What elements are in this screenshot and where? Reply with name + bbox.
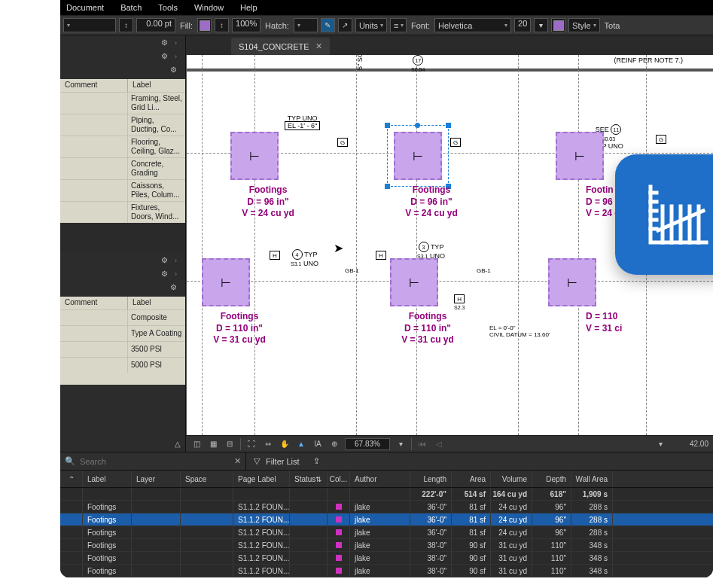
fit-page-icon[interactable]: ⛶: [245, 438, 257, 450]
datum-note: EL = 0'-0" CIVIL DATUM = 13.60': [489, 324, 550, 338]
table-row[interactable]: FootingsS1.1.2 FOUN...jlake36'-0"81 sf24…: [60, 526, 713, 539]
menu-help[interactable]: Help: [240, 3, 257, 12]
menu-window[interactable]: Window: [194, 3, 224, 12]
list-item[interactable]: Flooring, Ceiling, Glaz...: [60, 136, 185, 157]
menu-batch[interactable]: Batch: [120, 3, 142, 12]
gear-icon[interactable]: ⚙: [170, 66, 181, 76]
color-swatch: [336, 529, 342, 535]
prev-page-icon[interactable]: ◁: [433, 438, 445, 450]
col-page[interactable]: Page Label: [233, 471, 290, 487]
col-volume[interactable]: Volume: [491, 471, 532, 487]
chevron-down-icon[interactable]: ▾: [654, 438, 666, 450]
style-dropdown[interactable]: Style▾: [568, 18, 599, 32]
chevron-right-icon[interactable]: ›: [175, 53, 181, 62]
markup-table: ⌃ Label Layer Space Page Label Status ⇅ …: [60, 470, 713, 577]
callout-tool-button[interactable]: ↗: [338, 18, 352, 32]
footing-1[interactable]: ⊢ FootingsD = 96 in"V = 24 cu yd: [230, 132, 279, 180]
font-size-stepper[interactable]: ▾: [534, 18, 548, 32]
align-dropdown[interactable]: ≡▾: [390, 18, 407, 32]
table-row[interactable]: FootingsS1.1.2 FOUN...jlake36'-0"81 sf24…: [60, 513, 713, 526]
footing-5[interactable]: ⊢ FootingsD = 110 in"V = 31 cu yd: [390, 258, 438, 306]
color-swatch: [336, 504, 342, 510]
chevron-right-icon[interactable]: ›: [175, 39, 181, 48]
list-item[interactable]: 3500 PSI: [60, 341, 185, 357]
line-weight-input[interactable]: 0.00 pt: [136, 18, 175, 32]
list-item[interactable]: 5000 PSI: [60, 357, 185, 373]
close-icon[interactable]: ✕: [315, 41, 322, 51]
footing-6[interactable]: ⊢ D = 110V = 31 ci: [548, 258, 596, 306]
split-v-icon[interactable]: ◫: [190, 438, 203, 450]
units-dropdown[interactable]: Units▾: [355, 18, 387, 32]
hatch-dropdown[interactable]: ▾: [294, 18, 318, 32]
list-item[interactable]: Type A Coating: [60, 325, 185, 341]
col-label[interactable]: Label: [128, 297, 155, 309]
font-dropdown[interactable]: Helvetica▾: [434, 18, 511, 32]
gear-icon[interactable]: ⚙: [170, 283, 181, 294]
menu-tools[interactable]: Tools: [158, 3, 178, 12]
col-layer[interactable]: Layer: [132, 471, 181, 487]
export-icon[interactable]: ⇪: [313, 456, 320, 466]
footing-3[interactable]: ⊢ FootinD = 96V = 24 c: [556, 132, 604, 180]
pan-icon[interactable]: ✋: [279, 438, 291, 450]
triangle-icon[interactable]: △: [172, 438, 184, 450]
col-length[interactable]: Length: [410, 471, 452, 487]
table-row[interactable]: FootingsS1.1.2 FOUN...jlake38'-0"90 sf31…: [60, 552, 713, 565]
select-icon[interactable]: ▲: [295, 438, 307, 450]
stepper-button[interactable]: ↕: [119, 18, 133, 32]
gear-icon[interactable]: ⚙: [161, 270, 172, 280]
table-row[interactable]: FootingsS1.1.2 FOUN...jlake38'-0"90 sf31…: [60, 565, 713, 577]
col-comment[interactable]: Comment: [60, 297, 128, 309]
chevron-right-icon[interactable]: ›: [175, 270, 181, 279]
text-select-icon[interactable]: IA: [312, 438, 324, 450]
gear-icon[interactable]: ⚙: [161, 52, 172, 62]
list-item[interactable]: Concrete, Grading: [60, 157, 185, 179]
detail-tag-17: 17S0.04: [411, 55, 425, 73]
filter-label[interactable]: Filter List: [266, 457, 300, 466]
footing-4[interactable]: ⊢ FootingsD = 110 in"V = 31 cu yd: [202, 258, 250, 306]
detail-tag-h: HS2.3: [454, 294, 465, 311]
list-item[interactable]: Piping, Ducting, Co...: [60, 114, 185, 136]
chevron-down-icon[interactable]: ▾: [395, 438, 407, 450]
chevron-right-icon[interactable]: ›: [175, 257, 181, 266]
font-size-input[interactable]: 20: [514, 18, 531, 32]
col-space[interactable]: Space: [181, 471, 233, 487]
table-row[interactable]: FootingsS1.1.2 FOUN...jlake36'-0"81 sf24…: [60, 501, 713, 513]
fill-color-swatch[interactable]: [197, 18, 212, 32]
col-label[interactable]: Label: [83, 471, 132, 487]
split-grid-icon[interactable]: ▦: [207, 438, 219, 450]
col-area[interactable]: Area: [452, 471, 491, 487]
col-depth[interactable]: Depth: [532, 471, 571, 487]
search-box[interactable]: 🔍 ✕: [60, 452, 246, 470]
table-row[interactable]: FootingsS1.1.2 FOUN...jlake38'-0"90 sf31…: [60, 539, 713, 552]
coordinate-readout: 42.00: [671, 440, 708, 448]
col-wall[interactable]: Wall Area: [571, 471, 613, 487]
list-item[interactable]: Framing, Steel, Grid Li...: [60, 92, 185, 114]
opacity-stepper[interactable]: ↕: [215, 18, 229, 32]
menu-document[interactable]: Document: [66, 3, 104, 12]
fit-width-icon[interactable]: ⇔: [262, 438, 274, 450]
font-color-swatch[interactable]: [551, 18, 565, 32]
zoom-input[interactable]: [345, 438, 390, 450]
col-author[interactable]: Author: [350, 471, 410, 487]
opacity-input[interactable]: 100%: [232, 18, 261, 32]
first-page-icon[interactable]: ⏮: [416, 438, 428, 450]
col-color[interactable]: Col...: [328, 471, 350, 487]
footing-2-selected[interactable]: ⊢ FootingsD = 96 in"V = 24 cu yd: [394, 132, 442, 180]
col-expand[interactable]: ⌃: [60, 471, 83, 487]
filter-icon[interactable]: ▽: [254, 456, 260, 466]
line-style-dropdown[interactable]: ▾: [63, 18, 116, 32]
list-item[interactable]: Fixtures, Doors, Wind...: [60, 201, 185, 223]
highlight-tool-button[interactable]: ✎: [321, 18, 335, 32]
list-item[interactable]: Caissons, Piles, Colum...: [60, 179, 185, 201]
gear-icon[interactable]: ⚙: [161, 38, 172, 49]
list-item[interactable]: Composite: [60, 309, 185, 325]
zoom-icon[interactable]: ⊕: [328, 438, 340, 450]
tab-s104-concrete[interactable]: S104_CONCRETE ✕: [231, 38, 330, 55]
col-comment[interactable]: Comment: [60, 79, 128, 92]
col-label[interactable]: Label: [128, 79, 155, 92]
clear-icon[interactable]: ✕: [234, 456, 241, 466]
split-h-icon[interactable]: ⊟: [224, 438, 236, 450]
search-input[interactable]: [80, 457, 230, 466]
col-status[interactable]: Status ⇅: [290, 471, 328, 487]
gear-icon[interactable]: ⚙: [161, 256, 172, 267]
